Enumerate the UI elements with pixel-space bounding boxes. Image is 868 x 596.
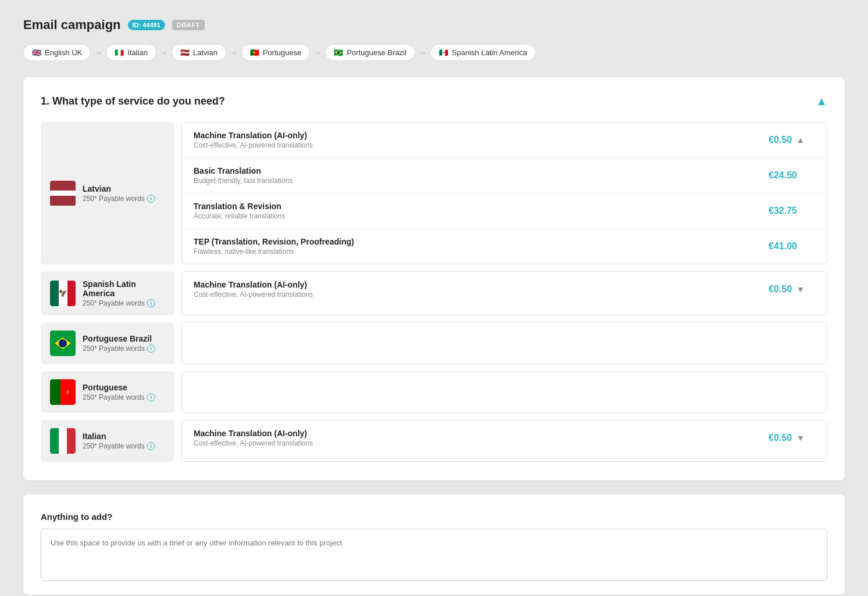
service-price-latvian-0: €0.50 ▲	[769, 135, 815, 145]
lang-tab-it[interactable]: 🇮🇹Italian	[106, 44, 156, 61]
service-panel-latvian: Machine Translation (AI-only) Cost-effec…	[181, 122, 827, 264]
lang-name-italian: Italian	[83, 432, 155, 441]
lang-info-portuguese: ⚜ Portuguese 250* Payable words i	[41, 371, 174, 413]
lang-details-portuguese: Portuguese 250* Payable words i	[83, 383, 155, 401]
section-title: 1. What type of service do you need?	[41, 95, 225, 107]
service-panel-portuguese	[181, 371, 827, 413]
lang-tab-label: Italian	[127, 48, 148, 57]
lang-row-portuguese: ⚜ Portuguese 250* Payable words i	[41, 371, 827, 413]
service-price-latvian-1: €24.50	[769, 170, 815, 181]
info-icon-portuguese-brazil[interactable]: i	[147, 344, 155, 353]
lang-words-latvian: 250* Payable words i	[83, 195, 155, 203]
service-info-latvian-1: Basic Translation Budget-friendly, fast …	[194, 166, 293, 185]
service-panel-italian: Machine Translation (AI-only) Cost-effec…	[181, 420, 827, 462]
flag-brazil	[50, 331, 76, 356]
lang-row-spanish-latin: 🦅 Spanish Latin America 250* Payable wor…	[41, 271, 827, 315]
info-icon-latvian[interactable]: i	[147, 195, 155, 203]
lang-tab-en-uk[interactable]: 🇬🇧English UK	[23, 44, 91, 61]
draft-badge: DRAFT	[172, 20, 205, 30]
chevron-icon: ▲	[796, 135, 805, 145]
service-price-italian-0: €0.50 ▼	[769, 433, 815, 443]
service-panel-spanish-latin: Machine Translation (AI-only) Cost-effec…	[181, 271, 827, 315]
chevron-down-icon: ▼	[796, 433, 805, 443]
service-info-latvian-3: TEP (Translation, Revision, Proofreading…	[194, 237, 354, 256]
anything-to-add-section: Anything to add?	[23, 494, 845, 595]
language-tabs: 🇬🇧English UK→🇮🇹Italian→🇱🇻Latvian→🇵🇹Portu…	[23, 44, 845, 61]
id-badge: ID: 44491	[128, 20, 165, 30]
lang-info-portuguese-brazil: Portuguese Brazil 250* Payable words i	[41, 322, 174, 364]
lang-row-latvian: Latvian 250* Payable words i Machine Tra…	[41, 122, 827, 264]
lang-info-spanish-latin: 🦅 Spanish Latin America 250* Payable wor…	[41, 271, 174, 315]
lang-tab-label: English UK	[45, 48, 82, 57]
lang-row-italian: Italian 250* Payable words i Machine Tra…	[41, 420, 827, 462]
lang-name-latvian: Latvian	[83, 184, 155, 193]
lang-name-portuguese: Portuguese	[83, 383, 155, 392]
lang-words-portuguese: 250* Payable words i	[83, 393, 155, 401]
lang-info-latvian: Latvian 250* Payable words i	[41, 122, 174, 264]
lang-tab-label: Spanish Latin America	[452, 48, 527, 57]
additional-info-textarea[interactable]	[41, 529, 827, 581]
service-option-latvian-2[interactable]: Translation & Revision Accurate, reliabl…	[182, 193, 827, 229]
service-price-latvian-2: €32.75	[769, 206, 815, 216]
flag-icon-en-uk: 🇬🇧	[32, 48, 41, 57]
flag-latvia	[50, 181, 76, 206]
collapse-icon[interactable]: ▲	[816, 95, 827, 108]
service-option-latvian-1[interactable]: Basic Translation Budget-friendly, fast …	[182, 158, 827, 193]
service-info-spanish-latin-0: Machine Translation (AI-only) Cost-effec…	[194, 280, 313, 299]
language-rows: Latvian 250* Payable words i Machine Tra…	[41, 122, 827, 462]
tab-separator: →	[94, 48, 102, 58]
lang-details-portuguese-brazil: Portuguese Brazil 250* Payable words i	[83, 334, 155, 353]
lang-details-latvian: Latvian 250* Payable words i	[83, 184, 155, 203]
flag-icon-lv: 🇱🇻	[180, 48, 190, 57]
lang-tab-pt[interactable]: 🇵🇹Portuguese	[241, 44, 310, 61]
service-option-latvian-0[interactable]: Machine Translation (AI-only) Cost-effec…	[182, 123, 827, 158]
section-header: 1. What type of service do you need? ▲	[41, 95, 827, 108]
service-price-spanish-latin-0: €0.50 ▼	[769, 284, 815, 295]
flag-icon-pt: 🇵🇹	[250, 48, 259, 57]
flag-mexico: 🦅	[50, 281, 76, 306]
lang-words-italian: 250* Payable words i	[83, 442, 155, 450]
lang-details-spanish-latin: Spanish Latin America 250* Payable words…	[83, 279, 165, 307]
flag-icon-it: 🇮🇹	[115, 48, 124, 57]
info-icon-spanish-latin[interactable]: i	[147, 299, 155, 307]
lang-details-italian: Italian 250* Payable words i	[83, 432, 155, 450]
lang-name-spanish-latin: Spanish Latin America	[83, 279, 165, 298]
lang-tab-es-la[interactable]: 🇲🇽Spanish Latin America	[430, 44, 535, 61]
service-option-spanish-latin-0[interactable]: Machine Translation (AI-only) Cost-effec…	[182, 272, 827, 307]
lang-tab-label: Portuguese Brazil	[347, 48, 406, 57]
lang-tab-label: Portuguese	[263, 48, 302, 57]
service-info-latvian-0: Machine Translation (AI-only) Cost-effec…	[194, 131, 313, 149]
flag-icon-es-la: 🇲🇽	[439, 48, 448, 57]
flag-italy	[50, 428, 76, 454]
tab-separator: →	[160, 48, 168, 58]
lang-words-portuguese-brazil: 250* Payable words i	[83, 344, 155, 353]
service-panel-portuguese-brazil	[181, 322, 827, 364]
service-info-italian-0: Machine Translation (AI-only) Cost-effec…	[194, 429, 313, 447]
lang-tab-label: Latvian	[193, 48, 217, 57]
page-title: Email campaign	[23, 17, 121, 33]
flag-portugal: ⚜	[50, 379, 76, 405]
info-icon-portuguese[interactable]: i	[147, 393, 155, 401]
lang-row-portuguese-brazil: Portuguese Brazil 250* Payable words i	[41, 322, 827, 364]
tab-separator: →	[419, 48, 427, 58]
page-header: Email campaign ID: 44491 DRAFT	[23, 17, 845, 33]
lang-name-portuguese-brazil: Portuguese Brazil	[83, 334, 155, 343]
service-price-latvian-3: €41.00	[769, 241, 815, 252]
flag-icon-pt-br: 🇧🇷	[334, 48, 343, 57]
service-info-latvian-2: Translation & Revision Accurate, reliabl…	[194, 202, 285, 220]
lang-words-spanish-latin: 250* Payable words i	[83, 299, 165, 307]
service-section: 1. What type of service do you need? ▲ L…	[23, 77, 845, 480]
lang-info-italian: Italian 250* Payable words i	[41, 420, 174, 462]
add-section-title: Anything to add?	[41, 512, 827, 522]
service-option-italian-0[interactable]: Machine Translation (AI-only) Cost-effec…	[182, 421, 827, 455]
service-option-latvian-3[interactable]: TEP (Translation, Revision, Proofreading…	[182, 229, 827, 264]
chevron-down-icon: ▼	[796, 285, 805, 294]
lang-tab-pt-br[interactable]: 🇧🇷Portuguese Brazil	[325, 44, 415, 61]
info-icon-italian[interactable]: i	[147, 442, 155, 450]
tab-separator: →	[230, 48, 238, 58]
lang-tab-lv[interactable]: 🇱🇻Latvian	[172, 44, 226, 61]
tab-separator: →	[313, 48, 322, 58]
